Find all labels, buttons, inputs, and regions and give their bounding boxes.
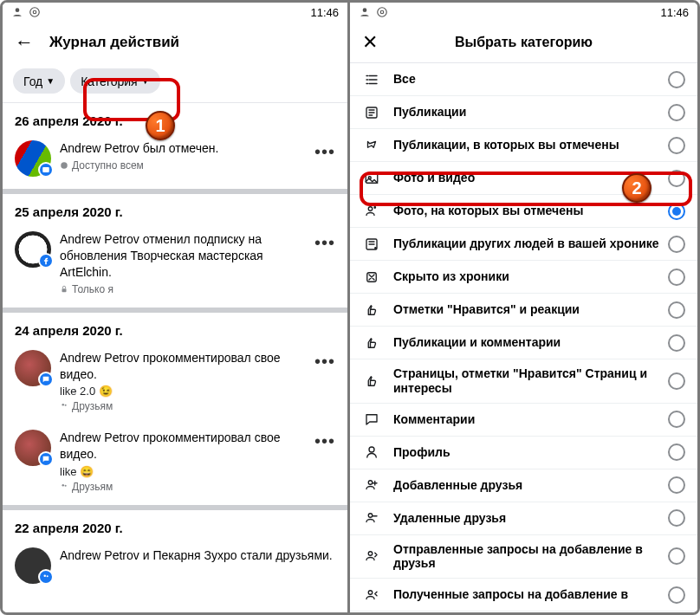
visibility-label: Доступно всем: [72, 159, 144, 172]
svg-point-7: [65, 405, 67, 406]
log-entry[interactable]: Andrew Petrov прокомментировал свое виде…: [3, 424, 347, 505]
radio-icon[interactable]: [668, 372, 685, 390]
category-option[interactable]: Публикации других людей в вашей хронике: [350, 228, 697, 261]
category-label: Страницы, отметки "Нравится" Страниц и и…: [393, 359, 668, 403]
radio-icon[interactable]: [668, 301, 685, 319]
friends-icon: [60, 482, 68, 491]
category-label: Комментарии: [393, 405, 668, 434]
category-icon: [362, 72, 381, 87]
svg-point-0: [16, 8, 20, 12]
radio-icon[interactable]: [668, 443, 685, 461]
category-option[interactable]: Отметки "Нравится" и реакции: [350, 294, 697, 327]
close-icon[interactable]: ✕: [362, 31, 383, 54]
photo-badge-icon: [38, 162, 54, 178]
category-label: Все: [393, 65, 668, 94]
svg-point-27: [368, 590, 373, 594]
svg-point-1: [30, 8, 40, 17]
category-filter-chip[interactable]: Категория ▼: [70, 68, 159, 94]
modal-header: ✕ Выбрать категорию: [350, 22, 697, 63]
entry-title: Andrew Petrov отменил подписку на обновл…: [60, 231, 306, 281]
category-option[interactable]: Публикации: [350, 96, 697, 129]
date-header: 22 апреля 2020 г.: [3, 510, 347, 542]
chrome-icon: [376, 6, 388, 18]
category-option[interactable]: Отправленные запросы на добавление в дру…: [350, 535, 697, 579]
category-label: Скрыто из хроники: [393, 262, 668, 291]
avatar: [15, 430, 51, 466]
date-header: 24 апреля 2020 г.: [3, 313, 347, 345]
category-icon: [362, 444, 381, 460]
account-icon: [11, 6, 23, 18]
category-option[interactable]: Добавленные друзья: [350, 469, 697, 502]
clock: 11:46: [310, 6, 339, 19]
radio-icon[interactable]: [668, 104, 685, 121]
category-label: Удаленные друзья: [393, 504, 668, 533]
category-option[interactable]: Полученные запросы на добавление в: [350, 579, 697, 612]
category-option[interactable]: Страницы, отметки "Нравится" Страниц и и…: [350, 359, 697, 404]
radio-icon[interactable]: [668, 476, 685, 494]
globe-icon: [60, 161, 68, 170]
clock: 11:46: [660, 6, 689, 19]
entry-visibility: Друзьям: [60, 481, 306, 493]
category-icon: [362, 204, 381, 219]
category-filter-label: Категория: [81, 74, 137, 88]
entry-title: Andrew Petrov был отмечен.: [60, 140, 306, 157]
log-entry[interactable]: Andrew Petrov прокомментировал свое виде…: [3, 345, 347, 425]
radio-icon[interactable]: [668, 71, 685, 88]
entry-visibility: Только я: [60, 283, 306, 295]
radio-icon[interactable]: [668, 236, 685, 253]
category-icon: [362, 477, 381, 493]
status-bar: 11:46: [3, 3, 347, 22]
radio-icon[interactable]: [668, 509, 685, 527]
activity-log: 26 апреля 2020 г. Andrew Petrov был отме…: [3, 103, 347, 612]
radio-icon[interactable]: [668, 170, 685, 187]
category-option[interactable]: Публикации, в которых вы отмечены: [350, 129, 697, 162]
year-filter-chip[interactable]: Год ▼: [13, 68, 65, 94]
category-label: Добавленные друзья: [393, 471, 668, 500]
category-icon: [362, 236, 381, 252]
category-option[interactable]: Скрыто из хроники: [350, 261, 697, 294]
more-icon[interactable]: •••: [314, 350, 335, 372]
category-icon: [362, 373, 381, 389]
back-arrow-icon[interactable]: ←: [15, 31, 34, 54]
avatar: [15, 350, 51, 386]
entry-comment: like 😄: [60, 465, 306, 478]
category-option[interactable]: Публикации и комментарии: [350, 327, 697, 359]
more-icon[interactable]: •••: [314, 430, 335, 451]
svg-point-4: [61, 162, 68, 169]
log-entry[interactable]: Andrew Petrov и Пекарня Зухро стали друз…: [3, 542, 347, 596]
more-icon[interactable]: •••: [314, 140, 335, 162]
entry-title: Andrew Petrov прокомментировал свое виде…: [60, 430, 306, 463]
log-entry[interactable]: Andrew Petrov был отмечен. Доступно всем…: [3, 135, 347, 189]
chrome-icon: [29, 6, 41, 18]
category-option[interactable]: Комментарии: [350, 404, 697, 437]
svg-point-13: [378, 8, 387, 17]
radio-icon[interactable]: [668, 586, 685, 604]
radio-icon[interactable]: [668, 334, 685, 352]
svg-point-9: [65, 485, 67, 487]
svg-rect-3: [42, 167, 49, 172]
category-option[interactable]: Профиль: [350, 437, 697, 469]
avatar: [15, 547, 51, 584]
category-list[interactable]: ВсеПубликацииПубликации, в которых вы от…: [350, 63, 697, 612]
radio-icon[interactable]: [668, 547, 685, 565]
radio-icon[interactable]: [668, 137, 685, 154]
category-label: Публикации, в которых вы отмечены: [393, 131, 668, 159]
radio-icon[interactable]: [668, 411, 685, 428]
category-option[interactable]: Удаленные друзья: [350, 502, 697, 535]
facebook-badge-icon: [38, 253, 54, 269]
radio-icon[interactable]: [668, 203, 685, 220]
avatar: [15, 231, 51, 268]
category-label: Профиль: [393, 438, 668, 467]
category-option[interactable]: Все: [350, 63, 697, 96]
svg-point-11: [47, 575, 49, 577]
date-header: 26 апреля 2020 г.: [3, 103, 347, 135]
annotation-badge-1: 1: [146, 111, 175, 140]
entry-visibility: Друзьям: [60, 400, 306, 412]
radio-icon[interactable]: [668, 269, 685, 286]
page-title: Журнал действий: [49, 34, 179, 51]
svg-point-2: [33, 10, 36, 14]
entry-title: Andrew Petrov прокомментировал свое виде…: [60, 350, 306, 383]
more-icon[interactable]: •••: [314, 231, 335, 253]
category-icon: [362, 138, 381, 153]
log-entry[interactable]: Andrew Petrov отменил подписку на обновл…: [3, 226, 347, 308]
